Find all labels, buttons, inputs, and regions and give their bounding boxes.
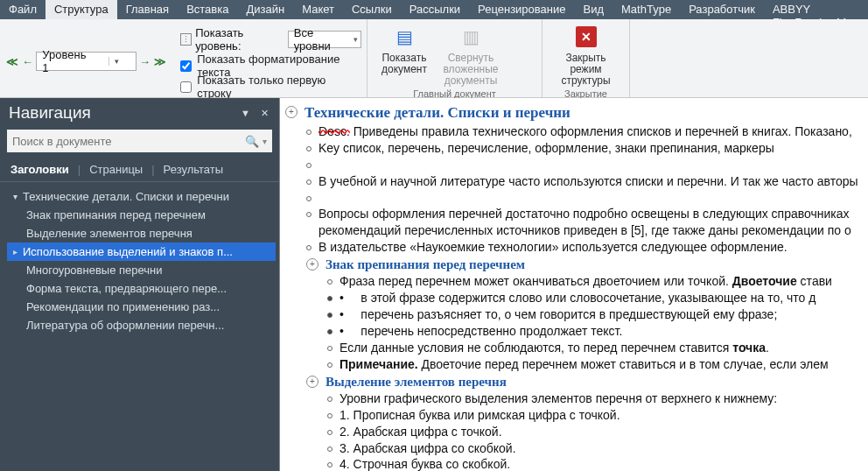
outline-bullet-icon [327, 430, 332, 435]
outline-level-select[interactable]: Уровень 1 ▾ [36, 52, 136, 71]
navigation-pane: Навигация ▼ ✕ 🔍 ▾ Заголовки | Страницы |… [0, 98, 280, 471]
body-text: • в этой фразе содержится слово или слов… [340, 290, 816, 306]
outline-expand-icon[interactable]: + [306, 376, 318, 388]
nav-tab-pages[interactable]: Страницы [86, 159, 146, 181]
tab-mailings[interactable]: Рассылки [401, 0, 469, 19]
collapse-subdocs-button[interactable]: ▥ Свернуть вложенные документы [439, 21, 502, 87]
heading-1: Технические детали. Списки и перечни [304, 103, 570, 123]
outline-bullet-icon [327, 279, 332, 285]
tab-review[interactable]: Рецензирование [469, 0, 574, 19]
document-area[interactable]: +Технические детали. Списки и перечни De… [280, 98, 868, 471]
nav-dropdown-icon[interactable]: ▼ [241, 108, 252, 118]
body-text: 3. Арабская цифра со скобкой. [340, 440, 516, 457]
outline-bullet-icon [327, 296, 332, 301]
tree-twisty-icon: ▸ [10, 247, 19, 257]
nav-title: Навигация [9, 103, 91, 123]
search-dropdown-icon[interactable]: ▾ [262, 137, 267, 146]
outline-expand-icon[interactable]: + [306, 258, 318, 271]
close-icon: ✕ [576, 26, 597, 47]
outline-bullet-icon [327, 446, 332, 452]
outline-bullet-icon [306, 212, 312, 217]
tab-design[interactable]: Дизайн [237, 0, 293, 19]
tree-node[interactable]: ▾Технические детали. Списки и перечни [7, 187, 276, 206]
show-level-icon: ⋮ [180, 33, 192, 46]
outline-bullet-icon [327, 362, 332, 368]
outline-bullet-icon [327, 462, 332, 467]
outline-bullet-icon [306, 130, 312, 135]
body-text: Вопросы оформления перечней достаточно п… [318, 206, 868, 239]
chk-show-format[interactable]: Показать форматирование текста [180, 56, 361, 75]
show-level-label: Показать уровень: [195, 26, 284, 53]
outline-bullet-icon [327, 413, 332, 418]
show-document-button[interactable]: ▤ Показать документ [373, 21, 436, 75]
body-text: Desc. Приведены правила технического офо… [318, 123, 852, 140]
tree-node[interactable]: Знак препинания перед перечнем [7, 206, 276, 224]
tab-insert[interactable]: Вставка [178, 0, 237, 19]
body-text: • перечень разъясняет то, о чем говоритс… [340, 306, 777, 323]
outline-bullet-icon [327, 346, 332, 351]
tab-file[interactable]: Файл [0, 0, 46, 19]
outline-bullet-icon [306, 146, 312, 151]
nav-tab-headings[interactable]: Заголовки [7, 159, 73, 181]
tree-node-selected[interactable]: ▸Использование выделений и знаков п... [7, 243, 276, 261]
outline-bullet-icon [327, 313, 332, 318]
tab-view[interactable]: Вид [575, 0, 613, 19]
tab-developer[interactable]: Разработчик [680, 0, 764, 19]
heading-2: Знак препинания перед перечнем [326, 256, 525, 273]
outline-bullet-icon [306, 196, 312, 201]
body-text: 4. Строчная буква со скобкой. [340, 456, 510, 471]
tree-node[interactable]: Выделение элементов перечня [7, 224, 276, 243]
nav-tree: ▾Технические детали. Списки и перечни Зн… [0, 182, 279, 340]
tree-node[interactable]: Многоуровневые перечни [7, 261, 276, 279]
outline-bullet-icon [327, 329, 332, 334]
body-text: Если данные условия не соблюдаются, то п… [340, 340, 769, 356]
document-icon: ▤ [390, 23, 418, 51]
chk-first-line[interactable]: Показать только первую строку [180, 77, 361, 96]
outline-bullet-icon [306, 245, 312, 250]
ribbon-tabs: Файл Структура Главная Вставка Дизайн Ма… [0, 0, 868, 19]
body-text: Key список, перечень, перечисление, офор… [318, 140, 774, 157]
outline-bullet-icon [306, 179, 312, 185]
tab-mathtype[interactable]: MathType [612, 0, 680, 19]
body-text: Фраза перед перечнем может оканчиваться … [340, 273, 832, 290]
body-text: 1. Прописная буква или римская цифра с т… [340, 407, 620, 424]
outline-level-label: Уровень 1 [37, 48, 108, 74]
nav-tab-results[interactable]: Результаты [160, 159, 227, 181]
tab-references[interactable]: Ссылки [343, 0, 401, 19]
tab-abbyy[interactable]: ABBYY FineReader 11 [764, 0, 868, 19]
body-text [318, 157, 322, 173]
tab-outline[interactable]: Структура [46, 0, 117, 19]
demote-icon[interactable]: → [138, 54, 152, 69]
tab-layout[interactable]: Макет [293, 0, 343, 19]
body-text: 2. Арабская цифра с точкой. [340, 424, 502, 440]
ribbon: ≪ ← Уровень 1 ▾ → ≫ ⋮ Показать уровень: … [0, 19, 868, 98]
promote-icon[interactable]: ← [21, 54, 35, 69]
tab-home[interactable]: Главная [117, 0, 178, 19]
nav-search[interactable]: 🔍 ▾ [7, 130, 272, 152]
body-text: Уровни графического выделения элементов … [340, 390, 777, 407]
show-level-select[interactable]: Все уровни [288, 31, 361, 48]
search-icon[interactable]: 🔍 [245, 135, 259, 148]
tree-node[interactable]: Форма текста, предваряющего пере... [7, 279, 276, 298]
outline-bullet-icon [306, 163, 312, 168]
collapse-subdocs-icon: ▥ [457, 23, 485, 51]
body-text: В издательстве «Наукоемкие технологии» и… [318, 239, 788, 256]
body-text: • перечень непосредственно продолжает те… [340, 323, 622, 340]
nav-close-icon[interactable]: ✕ [261, 108, 270, 118]
tree-node[interactable]: Литература об оформлении перечн... [7, 316, 276, 334]
heading-2: Выделение элементов перечня [326, 373, 507, 390]
search-input[interactable] [12, 135, 245, 148]
tree-node[interactable]: Рекомендации по применению раз... [7, 298, 276, 316]
body-text [318, 190, 322, 207]
close-outline-button[interactable]: ✕ Закрыть режим структуры [555, 21, 618, 87]
outline-bullet-icon [327, 397, 332, 402]
body-text: В учебной и научной литературе часто исп… [318, 173, 858, 190]
body-text: Примечание. Двоеточие перед перечнем мож… [340, 356, 829, 373]
outline-expand-icon[interactable]: + [285, 106, 298, 118]
tree-twisty-icon: ▾ [10, 192, 19, 201]
demote-body-icon[interactable]: ≫ [153, 54, 167, 69]
promote-top-icon[interactable]: ≪ [5, 54, 19, 69]
